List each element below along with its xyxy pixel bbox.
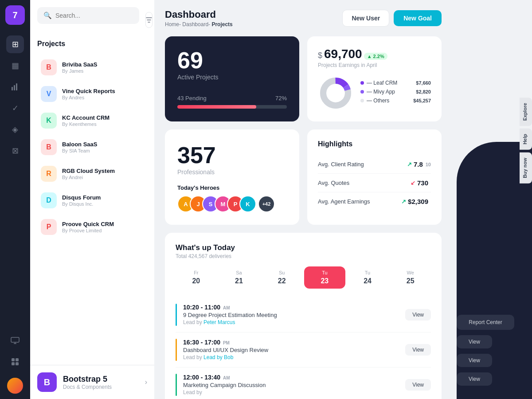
project-item[interactable]: B Baloon SaaS By SIA Team	[37, 135, 147, 160]
day-name: Su	[263, 270, 301, 275]
project-icon: V	[41, 86, 57, 102]
calendar-day[interactable]: Fr 20	[176, 266, 217, 289]
bootstrap-card[interactable]: B Bootstrap 5 Docs & Components ›	[30, 365, 154, 399]
filter-button[interactable]	[145, 12, 153, 28]
project-item[interactable]: P Proove Quick CRM By Proove Limited	[37, 215, 147, 239]
event-time: 16:30 - 17:00 PM	[183, 339, 399, 346]
event-lead: Lead by Lead by Bob	[183, 354, 399, 360]
professionals-label: Professionals	[177, 168, 287, 176]
highlight-item: Avg. Quotes ↙ 730	[318, 174, 431, 192]
event-view-button[interactable]: View	[405, 344, 431, 356]
nav-avatar[interactable]: 7	[5, 5, 25, 25]
cards-row: 69 Active Projects 43 Pending 72% $ 69,7…	[165, 36, 442, 121]
report-center-button[interactable]: Report Center	[457, 315, 514, 330]
nav-icon-check[interactable]: ✓	[6, 99, 24, 117]
avatar-circle: K	[239, 196, 256, 212]
progress-bar	[177, 105, 287, 109]
explore-tab[interactable]: Explore	[520, 98, 532, 126]
view-button-3[interactable]: View	[457, 372, 492, 386]
nav-icon-dashboard[interactable]: ⊞	[6, 35, 24, 53]
schedule-header: What's up Today Total 424,567 deliveries	[176, 243, 431, 259]
event-details: 10:20 - 11:00 AM 9 Degree Project Estima…	[183, 304, 399, 325]
schedule-card: What's up Today Total 424,567 deliveries…	[165, 233, 442, 399]
calendar-day[interactable]: We 25	[390, 266, 431, 289]
help-tab[interactable]: Help	[520, 129, 532, 150]
side-tabs: Explore Help Buy now	[520, 98, 532, 184]
event-view-button[interactable]: View	[405, 309, 431, 321]
event-view-button[interactable]: View	[405, 379, 431, 391]
nav-icon-monitor[interactable]	[6, 332, 24, 349]
project-name: Briviba SaaS	[62, 61, 144, 68]
trend-up-icon: ↗	[407, 161, 412, 168]
svg-rect-1	[14, 85, 15, 90]
project-item[interactable]: V Vine Quick Reports By Andres	[37, 82, 147, 106]
nav-icon-grid[interactable]: ▦	[6, 57, 24, 74]
buy-now-tab[interactable]: Buy now	[520, 153, 532, 184]
calendar-days: Fr 20 Sa 21 Su 22 Tu 23 Tu 24 We 25	[176, 266, 431, 289]
day-number: 22	[263, 277, 301, 285]
event-ampm: AM	[223, 376, 230, 380]
project-item[interactable]: K KC Account CRM By Keenthemes	[37, 108, 147, 133]
project-item[interactable]: D Disqus Forum By Disqus Inc.	[37, 188, 147, 213]
trend-up-icon: ↗	[401, 198, 406, 205]
view-button-1[interactable]: View	[457, 335, 492, 348]
project-item[interactable]: R RGB Cloud System By Andrei	[37, 161, 147, 186]
calendar-day[interactable]: Su 22	[261, 266, 302, 289]
breadcrumb-current: Projects	[211, 21, 232, 27]
page-title: Dashboard	[165, 9, 233, 20]
day-name: Sa	[220, 270, 258, 275]
search-bar[interactable]: 🔍	[37, 7, 139, 24]
project-icon: B	[41, 59, 57, 75]
nav-icon-box[interactable]: ⊠	[6, 142, 24, 160]
nav-icon-layers[interactable]: ◈	[6, 121, 24, 138]
new-user-button[interactable]: New User	[342, 10, 389, 27]
legend-name: — Mivy App	[367, 89, 413, 95]
event-title: Marketing Campaign Discussion	[183, 382, 399, 388]
nav-icon-bar[interactable]	[6, 78, 24, 96]
project-name: RGB Cloud System	[62, 168, 144, 174]
earnings-dollar: $	[318, 51, 322, 60]
professionals-card: 357 Professionals Today's Heroes AJSMPK+…	[165, 129, 299, 225]
event-ampm: PM	[223, 340, 230, 345]
highlight-name: Avg. Quotes	[318, 180, 411, 186]
highlights-card: Highlights Avg. Client Rating ↗ 7.810 Av…	[307, 129, 442, 225]
calendar-day[interactable]: Tu 23	[304, 266, 345, 289]
svg-rect-6	[12, 362, 15, 365]
nav-icon-grid2[interactable]	[6, 353, 24, 371]
new-goal-button[interactable]: New Goal	[394, 10, 442, 26]
view-button-2[interactable]: View	[457, 354, 492, 367]
bootstrap-title: Bootstrap 5	[63, 375, 112, 384]
user-avatar[interactable]	[7, 378, 23, 394]
bootstrap-arrow-icon: ›	[145, 378, 147, 386]
calendar-day[interactable]: Sa 21	[219, 266, 260, 289]
project-info: Proove Quick CRM By Proove Limited	[62, 221, 144, 233]
project-name: Baloon SaaS	[62, 141, 144, 148]
legend-value: $45,257	[413, 98, 431, 103]
calendar-day[interactable]: Tu 24	[347, 266, 388, 289]
svg-rect-7	[16, 362, 19, 365]
event-title: 9 Degree Project Estimation Meeting	[183, 312, 399, 318]
event-lead-link[interactable]: Lead by Bob	[203, 354, 233, 360]
main-header: Dashboard Home- Dashboard- Projects New …	[165, 9, 442, 27]
highlight-value: ↙ 730	[411, 179, 431, 187]
event-details: 12:00 - 13:40 AM Marketing Campaign Disc…	[183, 374, 399, 395]
event-lead-link[interactable]: Peter Marcus	[203, 319, 235, 325]
highlight-value: ↗ $2,309	[401, 198, 431, 205]
active-projects-card: 69 Active Projects 43 Pending 72%	[165, 36, 299, 121]
pending-count: 43 Pending	[177, 95, 207, 102]
event-line	[176, 304, 177, 326]
main-content: Dashboard Home- Dashboard- Projects New …	[154, 0, 452, 399]
project-info: RGB Cloud System By Andrei	[62, 168, 144, 180]
legend-dot	[360, 81, 364, 85]
project-item[interactable]: B Briviba SaaS By James	[37, 55, 147, 80]
project-icon: R	[41, 166, 57, 182]
day-number: 24	[349, 277, 387, 285]
trend-down-icon: ↙	[411, 180, 415, 186]
search-input[interactable]	[55, 12, 133, 19]
active-projects-number: 69	[177, 49, 287, 72]
earnings-card: $ 69,700 ▲ 2.2% Projects Earnings in Apr…	[307, 36, 442, 121]
search-icon: 🔍	[43, 12, 52, 20]
project-name: Disqus Forum	[62, 194, 144, 201]
project-icon: P	[41, 219, 57, 235]
earnings-badge: ▲ 2.2%	[364, 53, 387, 60]
